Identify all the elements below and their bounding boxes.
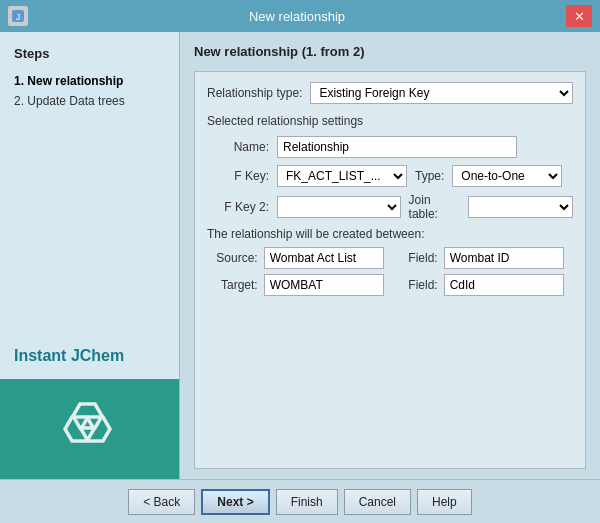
join-table-select[interactable] <box>468 196 573 218</box>
join-table-label: Join table: <box>409 193 461 221</box>
content-title: New relationship (1. from 2) <box>194 44 586 59</box>
logo-area <box>0 379 179 479</box>
source-label: Source: <box>207 251 258 265</box>
rel-type-label: Relationship type: <box>207 86 302 100</box>
target-input[interactable] <box>264 274 384 296</box>
source-input[interactable] <box>264 247 384 269</box>
target-field-input[interactable] <box>444 274 564 296</box>
fkey-select[interactable]: FK_ACT_LIST_... <box>277 165 407 187</box>
name-label: Name: <box>207 140 277 154</box>
brand-name: Instant JChem <box>0 333 179 379</box>
fkey2-select[interactable] <box>277 196 401 218</box>
relationship-type-row: Relationship type: Existing Foreign Key <box>207 82 573 104</box>
source-field-input[interactable] <box>444 247 564 269</box>
step-1: 1. New relationship <box>14 71 165 91</box>
back-button[interactable]: < Back <box>128 489 195 515</box>
name-input[interactable] <box>277 136 517 158</box>
form-panel: Relationship type: Existing Foreign Key … <box>194 71 586 469</box>
between-label: The relationship will be created between… <box>207 227 573 241</box>
name-row: Name: <box>207 136 573 158</box>
help-button[interactable]: Help <box>417 489 472 515</box>
step-1-number: 1. <box>14 74 27 88</box>
dialog-title: New relationship <box>28 9 566 24</box>
fkey-type-row: F Key: FK_ACT_LIST_... Type: One-to-One <box>207 165 573 187</box>
step-2-label: Update Data trees <box>27 94 124 108</box>
app-icon: J <box>8 6 28 26</box>
main-container: Steps 1. New relationship 2. Update Data… <box>0 32 600 479</box>
target-label: Target: <box>207 278 258 292</box>
fkey2-row: F Key 2: Join table: <box>207 193 573 221</box>
steps-panel: Steps 1. New relationship 2. Update Data… <box>0 32 179 121</box>
content-area: New relationship (1. from 2) Relationshi… <box>180 32 600 479</box>
hexagon-logo <box>60 399 120 459</box>
sidebar: Steps 1. New relationship 2. Update Data… <box>0 32 180 479</box>
type-label: Type: <box>415 169 444 183</box>
close-button[interactable]: ✕ <box>566 5 592 27</box>
fkey-label: F Key: <box>207 169 277 183</box>
finish-button[interactable]: Finish <box>276 489 338 515</box>
next-button[interactable]: Next > <box>201 489 269 515</box>
selected-settings-label: Selected relationship settings <box>207 114 573 128</box>
title-bar: J New relationship ✕ <box>0 0 600 32</box>
steps-title: Steps <box>14 46 165 61</box>
step-1-label: New relationship <box>27 74 123 88</box>
step-2: 2. Update Data trees <box>14 91 165 111</box>
svg-text:J: J <box>16 12 21 22</box>
fkey2-label: F Key 2: <box>207 200 277 214</box>
bottom-bar: < Back Next > Finish Cancel Help <box>0 479 600 523</box>
source-target-grid: Source: Field: Target: Field: <box>207 247 573 296</box>
relationship-type-select[interactable]: Existing Foreign Key <box>310 82 573 104</box>
step-2-number: 2. <box>14 94 27 108</box>
source-field-label: Field: <box>399 251 438 265</box>
type-select[interactable]: One-to-One <box>452 165 562 187</box>
cancel-button[interactable]: Cancel <box>344 489 411 515</box>
target-field-label: Field: <box>399 278 438 292</box>
